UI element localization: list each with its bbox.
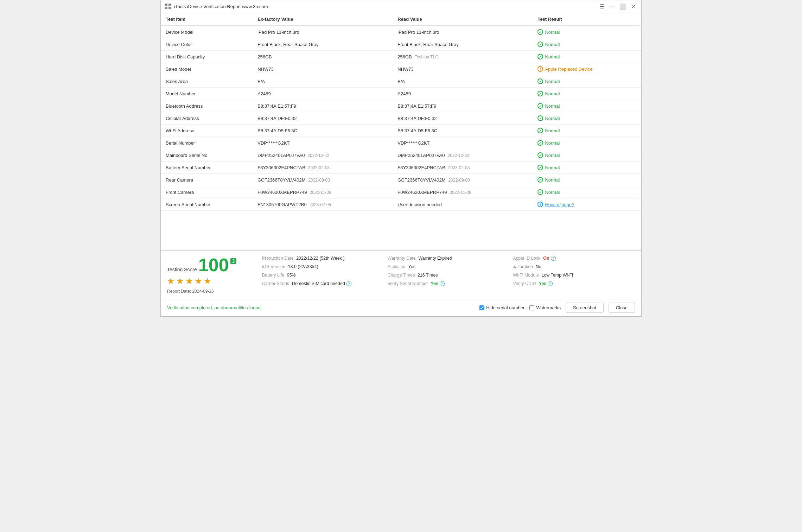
verify-udid-row: Verify UDID Yes ?: [513, 281, 631, 286]
score-area: Testing Score 100 3 ★ ★ ★ ★ ★ Report Dat…: [167, 256, 259, 294]
result-normal: ✓ Normal: [537, 140, 636, 146]
table-row: Sales AreaB/AB/A ✓ Normal: [161, 75, 641, 88]
check-circle-icon: ✓: [537, 42, 543, 47]
wifi-module-row: Wi-Fi Module Low Temp Wi-Fi: [513, 273, 631, 278]
cell-item: Mainboard Serial No.: [161, 149, 253, 162]
cell-exfactory: VDP******G2KT: [253, 137, 393, 149]
result-label[interactable]: How to judge?: [545, 202, 574, 207]
app-icon: [165, 4, 171, 10]
result-normal: ✓ Normal: [537, 29, 636, 35]
hide-serial-checkbox-label[interactable]: Hide serial number: [479, 305, 524, 310]
cell-readvalue: User decision needed: [393, 198, 533, 211]
footer-grid: Testing Score 100 3 ★ ★ ★ ★ ★ Report Dat…: [167, 256, 635, 294]
cell-exfactory: DMP252401AP0J7VA02022-12-22: [253, 149, 393, 162]
watermarks-checkbox-label[interactable]: Watermarks: [529, 305, 561, 310]
apple-id-lock-help-icon[interactable]: ?: [551, 256, 556, 261]
info-col-3: Apple ID Lock On ? Jailbroken No Wi-Fi M…: [509, 256, 635, 290]
watermarks-checkbox[interactable]: [529, 305, 534, 310]
check-circle-icon: ✓: [537, 29, 543, 35]
result-label: Normal: [545, 128, 560, 133]
col-header-result: Test Result: [533, 13, 641, 26]
table-row: Cellular AddressB8:37:4A:DF:F0:32B8:37:4…: [161, 112, 641, 125]
cell-item: Wi-Fi Address: [161, 125, 253, 137]
menu-icon[interactable]: ☰: [598, 3, 605, 10]
hide-serial-label: Hide serial number: [486, 305, 524, 310]
table-row: Model NumberA2459A2459 ✓ Normal: [161, 88, 641, 100]
result-label: Normal: [545, 103, 560, 109]
result-label: Normal: [545, 91, 560, 96]
cell-item: Sales Model: [161, 63, 253, 75]
verification-message: Verification completed, no abnormalities…: [167, 305, 479, 310]
cell-item: Device Color: [161, 38, 253, 51]
readvalue-extra: Toshiba TLC: [415, 55, 438, 59]
result-label: Normal: [545, 190, 560, 195]
cell-readvalue: VDP******G2KT: [393, 137, 533, 149]
close-button[interactable]: ✕: [630, 3, 637, 10]
star-rating: ★ ★ ★ ★ ★: [167, 276, 211, 286]
bottom-actions: Hide serial number Watermarks Screenshot…: [479, 303, 635, 313]
result-question[interactable]: ? How to judge?: [537, 202, 636, 207]
readvalue-date: 2022-09-03: [448, 178, 470, 183]
cell-item: Hard Disk Capacity: [161, 51, 253, 63]
score-badge: 3: [230, 258, 237, 264]
carrier-status-help-icon[interactable]: ?: [346, 281, 351, 286]
result-normal: ✓ Normal: [537, 54, 636, 59]
carrier-status-row: Carrier Status Domestic SIM card needed …: [262, 281, 381, 286]
readvalue-date: 2023-02-08: [448, 165, 470, 170]
result-normal: ✓ Normal: [537, 152, 636, 158]
screenshot-button[interactable]: Screenshot: [566, 303, 604, 313]
score-label: Testing Score: [167, 267, 197, 272]
cell-exfactory: F0W24620XMEPRP7492022-11-08: [253, 186, 393, 198]
check-circle-icon: ✓: [537, 177, 543, 183]
verify-udid-help-icon[interactable]: ?: [548, 281, 553, 286]
maximize-button[interactable]: ⬜: [619, 3, 626, 10]
cell-result: ✓ Normal: [533, 125, 641, 137]
footer-section: Testing Score 100 3 ★ ★ ★ ★ ★ Report Dat…: [161, 250, 641, 299]
exfactory-date: 2023-02-08: [308, 165, 330, 170]
watermarks-label: Watermarks: [536, 305, 561, 310]
readvalue-date: 2022-12-22: [448, 153, 469, 158]
cell-result: ✓ Normal: [533, 75, 641, 88]
result-label: Normal: [545, 30, 560, 35]
titlebar: iTools iDevice Verification Report www.3…: [161, 0, 641, 13]
cell-readvalue: Front Black, Rear Space Gray: [393, 38, 533, 51]
result-label: Normal: [545, 177, 560, 183]
jailbroken-row: Jailbroken No: [513, 264, 631, 269]
cell-result: ✓ Normal: [533, 38, 641, 51]
result-warning: ! Apple Replaced Device: [537, 66, 636, 72]
cell-readvalue: GCF2366T8YVLV402M2022-09-03: [393, 174, 533, 186]
check-circle-icon: ✓: [537, 103, 543, 109]
cell-result: ? How to judge?: [533, 198, 641, 211]
minimize-button[interactable]: ─: [609, 3, 616, 10]
table-row: Screen Serial NumberFN1305700GAPWP2B0202…: [161, 198, 641, 211]
cell-item: Battery Serial Number: [161, 162, 253, 174]
score-value: 100 3: [198, 256, 237, 274]
close-button-bottom[interactable]: Close: [609, 303, 635, 313]
hide-serial-checkbox[interactable]: [479, 305, 484, 310]
table-row: Device ModeliPad Pro 11-inch 3rdiPad Pro…: [161, 26, 641, 38]
check-circle-icon: ✓: [537, 189, 543, 195]
result-normal: ✓ Normal: [537, 78, 636, 84]
cell-readvalue: DMP252401AP0J7VA02022-12-22: [393, 149, 533, 162]
readvalue-date: 2022-11-08: [450, 190, 471, 195]
info-col-1: Production Date 2022/12/22 (52th Week ) …: [259, 256, 384, 290]
check-circle-icon: ✓: [537, 115, 543, 121]
cell-readvalue: B8:37:4A:D5:F6:3C: [393, 125, 533, 137]
info-col-2: Warranty Date Warranty Expired Activated…: [384, 256, 510, 290]
cell-result: ✓ Normal: [533, 162, 641, 174]
result-normal: ✓ Normal: [537, 128, 636, 133]
check-circle-icon: ✓: [537, 152, 543, 158]
cell-exfactory: 256GB: [253, 51, 393, 63]
col-header-readvalue: Read Value: [393, 13, 533, 26]
result-label: Normal: [545, 54, 560, 59]
cell-exfactory: A2459: [253, 88, 393, 100]
cell-readvalue: F0W24620XMEPRP7492022-11-08: [393, 186, 533, 198]
result-label: Normal: [545, 165, 560, 170]
verify-serial-help-icon[interactable]: ?: [440, 281, 445, 286]
cell-item: Cellular Address: [161, 112, 253, 125]
result-label: Normal: [545, 79, 560, 84]
cell-readvalue: 256GBToshiba TLC: [393, 51, 533, 63]
cell-readvalue: F8Y306302E4PNCPAB2023-02-08: [393, 162, 533, 174]
warranty-date-row: Warranty Date Warranty Expired: [388, 256, 506, 261]
table-row: Hard Disk Capacity256GB256GBToshiba TLC …: [161, 51, 641, 63]
